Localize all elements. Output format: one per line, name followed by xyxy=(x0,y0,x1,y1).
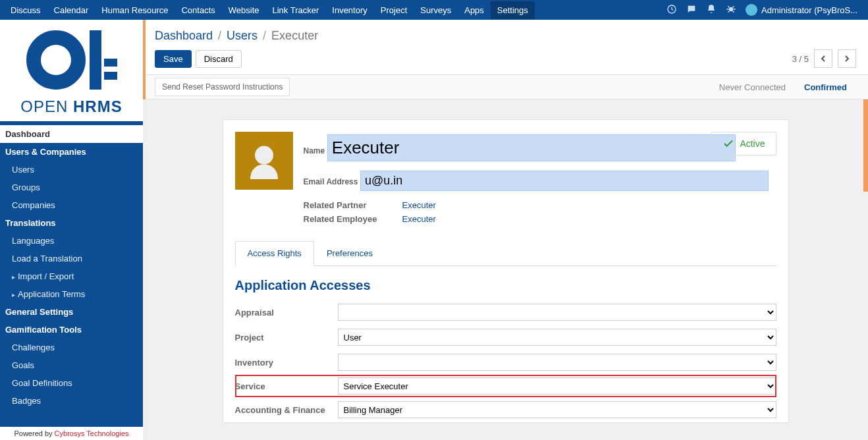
access-label: Service xyxy=(235,381,338,391)
sidebar-item-companies[interactable]: Companies xyxy=(0,196,143,214)
topmenu-inventory[interactable]: Inventory xyxy=(325,1,373,19)
sidebar-item-groups[interactable]: Groups xyxy=(0,179,143,196)
sidebar-item-import-export[interactable]: Import / Export xyxy=(0,267,143,285)
check-icon xyxy=(722,138,734,150)
breadcrumb-users[interactable]: Users xyxy=(227,29,258,43)
content: Dashboard / Users / Executer Save Discar… xyxy=(143,20,868,440)
pager-text: 3 / 5 xyxy=(792,54,809,64)
pager-prev-button[interactable] xyxy=(814,49,832,68)
access-table: AppraisalProjectUserInventoryServiceServ… xyxy=(235,300,776,422)
pager: 3 / 5 xyxy=(792,49,856,68)
sidebar-item-goal-definitions[interactable]: Goal Definitions xyxy=(0,374,143,392)
access-label: Appraisal xyxy=(235,308,338,317)
tab-preferences[interactable]: Preferences xyxy=(314,241,385,265)
sidebar-nav: DashboardUsers & CompaniesUsersGroupsCom… xyxy=(0,121,143,410)
active-badge[interactable]: Active xyxy=(711,132,776,155)
sidebar-header-translations[interactable]: Translations xyxy=(0,214,143,232)
topmenu-discuss[interactable]: Discuss xyxy=(4,1,47,19)
tabs: Access Rights Preferences xyxy=(235,241,776,266)
discard-button[interactable]: Discard xyxy=(196,50,242,68)
email-label: Email Address xyxy=(304,177,358,186)
topmenu-calendar[interactable]: Calendar xyxy=(47,1,95,19)
email-input[interactable] xyxy=(360,171,769,191)
topmenu-surveys[interactable]: Surveys xyxy=(414,1,458,19)
breadcrumb-current: Executer xyxy=(271,29,318,43)
access-select-service[interactable]: Service Executer xyxy=(338,377,776,395)
related-partner-link[interactable]: Executer xyxy=(402,200,436,210)
action-row: Save Discard 3 / 5 xyxy=(143,45,868,74)
name-input[interactable] xyxy=(327,134,736,161)
access-row-appraisal: Appraisal xyxy=(235,300,776,325)
topmenu-project[interactable]: Project xyxy=(374,1,414,19)
sidebar-item-badges[interactable]: Badges xyxy=(0,392,143,410)
logo-text2: HRMS xyxy=(73,97,122,115)
sidebar-footer: Powered by Cybrosys Technologies xyxy=(0,427,143,440)
access-select-inventory[interactable] xyxy=(338,354,776,371)
access-label: Inventory xyxy=(235,358,338,368)
breadcrumb-dashboard[interactable]: Dashboard xyxy=(155,29,213,43)
sidebar-item-users[interactable]: Users xyxy=(0,161,143,179)
sidebar-item-load-a-translation[interactable]: Load a Translation xyxy=(0,250,143,267)
related-partner-label: Related Partner xyxy=(304,200,402,210)
sidebar-header-general-settings[interactable]: General Settings xyxy=(0,303,143,321)
top-menu-bar: DiscussCalendarHuman ResourceContactsWeb… xyxy=(0,0,868,20)
topmenu-human-resource[interactable]: Human Resource xyxy=(95,1,175,19)
form-area: Active Name Email Address Related xyxy=(143,99,868,440)
sidebar-item-challenges[interactable]: Challenges xyxy=(0,339,143,356)
related-employee-label: Related Employee xyxy=(304,214,402,224)
breadcrumb-sep: / xyxy=(218,29,221,43)
topmenu-settings[interactable]: Settings xyxy=(491,1,535,19)
clock-icon[interactable] xyxy=(666,4,677,16)
topmenu-website[interactable]: Website xyxy=(222,1,266,19)
save-button[interactable]: Save xyxy=(155,50,192,68)
pager-next-button[interactable] xyxy=(838,49,856,68)
access-row-service: ServiceService Executer xyxy=(235,375,776,397)
access-row-project: ProjectUser xyxy=(235,325,776,350)
access-select-appraisal[interactable] xyxy=(338,304,776,321)
user-menu[interactable]: Administrator (PsyBroS... xyxy=(746,4,857,16)
active-label: Active xyxy=(740,138,765,149)
status-never-connected[interactable]: Never Connected xyxy=(710,77,795,97)
topmenu-contacts[interactable]: Contacts xyxy=(175,1,221,19)
breadcrumb-sep: / xyxy=(263,29,266,43)
logo-text1: OPEN xyxy=(20,97,73,115)
top-right: Administrator (PsyBroS... xyxy=(666,4,864,16)
topmenu-link-tracker[interactable]: Link Tracker xyxy=(265,1,325,19)
access-label: Project xyxy=(235,333,338,343)
name-label: Name xyxy=(304,146,325,155)
sub-header: Send Reset Password Instructions Never C… xyxy=(143,74,868,99)
topmenu-apps[interactable]: Apps xyxy=(458,1,491,19)
status-confirmed[interactable]: Confirmed xyxy=(795,77,856,97)
reset-password-button[interactable]: Send Reset Password Instructions xyxy=(155,78,290,96)
top-menu: DiscussCalendarHuman ResourceContactsWeb… xyxy=(4,1,535,19)
breadcrumb: Dashboard / Users / Executer xyxy=(143,20,868,45)
svg-point-2 xyxy=(255,146,273,165)
bug-icon[interactable] xyxy=(726,4,736,16)
sidebar-header-dashboard[interactable]: Dashboard xyxy=(0,125,143,143)
form-sheet: Active Name Email Address Related xyxy=(223,119,789,423)
sidebar-item-goals[interactable]: Goals xyxy=(0,356,143,374)
svg-point-1 xyxy=(729,7,734,11)
access-row-accounting-finance: Accounting & FinanceBilling Manager xyxy=(235,397,776,422)
sidebar-header-gamification-tools[interactable]: Gamification Tools xyxy=(0,321,143,339)
user-label: Administrator (PsyBroS... xyxy=(761,5,857,15)
related-employee-link[interactable]: Executer xyxy=(402,214,436,224)
section-title: Application Accesses xyxy=(235,278,776,293)
powered-link[interactable]: Cybrosys Technologies xyxy=(55,429,129,437)
edit-indicator-right xyxy=(863,99,868,192)
access-select-accounting-finance[interactable]: Billing Manager xyxy=(338,401,776,418)
sidebar-header-users-companies[interactable]: Users & Companies xyxy=(0,143,143,161)
bell-icon[interactable] xyxy=(706,4,717,16)
user-avatar[interactable] xyxy=(235,132,293,190)
powered-prefix: Powered by xyxy=(14,429,54,437)
sidebar: OPEN HRMS DashboardUsers & CompaniesUser… xyxy=(0,20,143,440)
chat-icon[interactable] xyxy=(686,4,697,16)
sidebar-item-application-terms[interactable]: Application Terms xyxy=(0,285,143,303)
tab-access-rights[interactable]: Access Rights xyxy=(235,241,314,266)
sidebar-item-languages[interactable]: Languages xyxy=(0,232,143,250)
access-label: Accounting & Finance xyxy=(235,405,338,415)
avatar-icon xyxy=(746,4,757,16)
logo: OPEN HRMS xyxy=(0,20,143,121)
access-row-inventory: Inventory xyxy=(235,350,776,375)
access-select-project[interactable]: User xyxy=(338,329,776,346)
